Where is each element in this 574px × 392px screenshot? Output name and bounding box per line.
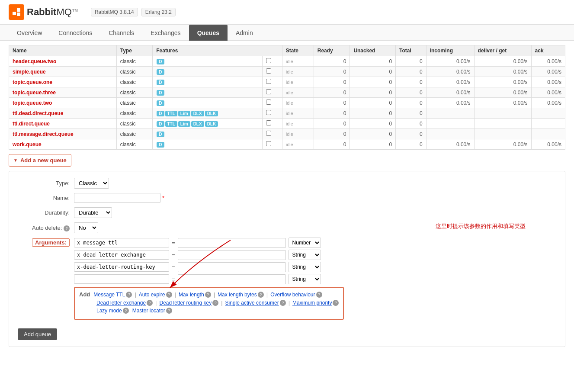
queues-table: Name Type Features State Ready Unacked T…: [9, 45, 565, 150]
queue-name-link[interactable]: work.queue: [13, 141, 42, 148]
queue-checkbox[interactable]: [266, 110, 271, 115]
arg-val-2[interactable]: [178, 250, 286, 260]
lazy-mode-help[interactable]: ?: [123, 308, 129, 314]
queue-state: idle: [282, 98, 314, 108]
queue-rate-incoming: 0.00/s: [426, 139, 474, 150]
name-label: Name:: [18, 195, 74, 201]
name-row: Name: *: [18, 193, 556, 203]
arg-type-3[interactable]: Number String Boolean: [289, 262, 321, 272]
arg-key-3[interactable]: [74, 262, 169, 272]
max-length-bytes-help[interactable]: ?: [258, 292, 264, 298]
add-queue-button[interactable]: Add queue: [18, 328, 57, 340]
dead-letter-routing-key-help[interactable]: ?: [212, 300, 218, 306]
queue-rate-incoming: 0.00/s: [426, 56, 474, 67]
arg-key-2[interactable]: [74, 250, 169, 260]
nav-item-queues[interactable]: Queues: [189, 25, 228, 41]
nav-item-exchanges[interactable]: Exchanges: [142, 25, 189, 41]
queue-features: DTTLLimDLXDLK: [153, 108, 263, 119]
queue-rate-incoming: [426, 108, 474, 119]
svg-rect-2: [17, 13, 20, 16]
auto-delete-select[interactable]: No Yes: [74, 222, 98, 233]
dead-letter-exchange-help[interactable]: ?: [147, 300, 153, 306]
link-max-length[interactable]: Max length: [179, 292, 204, 298]
maximum-priority-help[interactable]: ?: [333, 300, 339, 306]
queue-name-link[interactable]: ttl.dead.direct.queue: [13, 110, 63, 116]
queue-name-link[interactable]: ttl.message.direct.queue: [13, 131, 74, 137]
durability-label: Durability:: [18, 209, 74, 216]
overflow-behaviour-help[interactable]: ?: [316, 292, 322, 298]
arg-val-empty[interactable]: [178, 274, 286, 284]
queue-checkbox[interactable]: [266, 131, 271, 136]
queue-checkbox-cell: [262, 77, 282, 87]
link-dead-letter-exchange[interactable]: Dead letter exchange: [96, 300, 146, 306]
arg-key-empty[interactable]: [74, 274, 169, 284]
link-single-active-consumer[interactable]: Single active consumer: [225, 300, 279, 306]
link-dead-letter-routing-key[interactable]: Dead letter routing key: [159, 300, 212, 306]
table-row: work.queueclassicDidle0000.00/s0.00/s0.0…: [9, 139, 565, 150]
durability-select[interactable]: Durable Transient: [74, 207, 112, 218]
queue-rate-ack: 0.00/s: [531, 87, 565, 98]
message-ttl-help[interactable]: ?: [126, 292, 132, 298]
main-content: Name Type Features State Ready Unacked T…: [0, 41, 574, 356]
queue-name-link[interactable]: topic.queue.one: [13, 79, 52, 85]
logo: RabbitMQTM: [9, 4, 78, 20]
master-locator-help[interactable]: ?: [166, 308, 172, 314]
arg-val-1[interactable]: [178, 238, 286, 248]
queue-name-link[interactable]: simple.queue: [13, 69, 46, 75]
nav-item-connections[interactable]: Connections: [50, 25, 100, 41]
queue-checkbox[interactable]: [266, 79, 271, 84]
queue-name-link[interactable]: header.queue.two: [13, 58, 56, 64]
max-length-help[interactable]: ?: [205, 292, 211, 298]
link-overflow-behaviour[interactable]: Overflow behaviour: [270, 292, 315, 298]
link-message-ttl[interactable]: Message TTL: [93, 292, 125, 298]
queue-features: D: [153, 56, 263, 67]
queue-checkbox[interactable]: [266, 120, 271, 125]
link-maximum-priority[interactable]: Maximum priority: [292, 300, 332, 306]
queue-rate-ack: [531, 108, 565, 119]
queue-checkbox[interactable]: [266, 100, 271, 105]
queue-checkbox[interactable]: [266, 89, 271, 94]
feature-badge: D: [157, 80, 164, 85]
queue-checkbox[interactable]: [266, 68, 271, 74]
queue-total: 0: [396, 139, 426, 150]
queue-name-link[interactable]: ttl.direct.queue: [13, 121, 50, 127]
queue-checkbox[interactable]: [266, 58, 271, 63]
nav-item-overview[interactable]: Overview: [9, 25, 50, 41]
single-active-consumer-help[interactable]: ?: [280, 300, 286, 306]
feature-badge: Lim: [178, 111, 190, 116]
queue-unacked: 0: [350, 119, 396, 129]
col-type: Type: [116, 45, 153, 56]
type-select[interactable]: Classic Quorum: [74, 178, 109, 189]
queue-name-link[interactable]: topic.queue.two: [13, 100, 52, 106]
queue-rate-ack: 0.00/s: [531, 56, 565, 67]
table-row: ttl.direct.queueclassicDTTLLimDLXDLKidle…: [9, 119, 565, 129]
table-row: ttl.message.direct.queueclassicDidle000: [9, 129, 565, 139]
arg-type-1[interactable]: Number String Boolean: [289, 238, 321, 248]
link-master-locator[interactable]: Master locator: [132, 308, 165, 314]
nav-item-channels[interactable]: Channels: [100, 25, 142, 41]
queue-unacked: 0: [350, 129, 396, 139]
queue-checkbox[interactable]: [266, 141, 271, 146]
table-row: topic.queue.twoclassicDidle0000.00/s0.00…: [9, 98, 565, 108]
link-auto-expire[interactable]: Auto expire: [139, 292, 165, 298]
arg-key-1[interactable]: [74, 238, 169, 247]
arg-type-2[interactable]: Number String Boolean: [289, 250, 321, 260]
add-queue-header[interactable]: ▼ Add a new queue: [9, 154, 71, 167]
arg-type-empty[interactable]: Number String Boolean: [289, 274, 321, 284]
queue-state: idle: [282, 139, 314, 150]
queue-unacked: 0: [350, 139, 396, 150]
arg-eq-1: =: [172, 240, 175, 246]
queue-checkbox-cell: [262, 56, 282, 67]
queue-rate-ack: 0.00/s: [531, 67, 565, 77]
queue-name-link[interactable]: topic.queue.three: [13, 90, 56, 96]
auto-expire-help[interactable]: ?: [166, 292, 172, 298]
arg-val-3[interactable]: [178, 262, 286, 272]
link-max-length-bytes[interactable]: Max length bytes: [218, 292, 257, 298]
svg-rect-1: [17, 8, 20, 12]
queue-state: idle: [282, 77, 314, 87]
nav-item-admin[interactable]: Admin: [228, 25, 261, 41]
name-input[interactable]: [74, 193, 160, 203]
auto-delete-help-icon[interactable]: ?: [64, 225, 70, 231]
queue-checkbox-cell: [262, 108, 282, 119]
link-lazy-mode[interactable]: Lazy mode: [96, 308, 122, 314]
